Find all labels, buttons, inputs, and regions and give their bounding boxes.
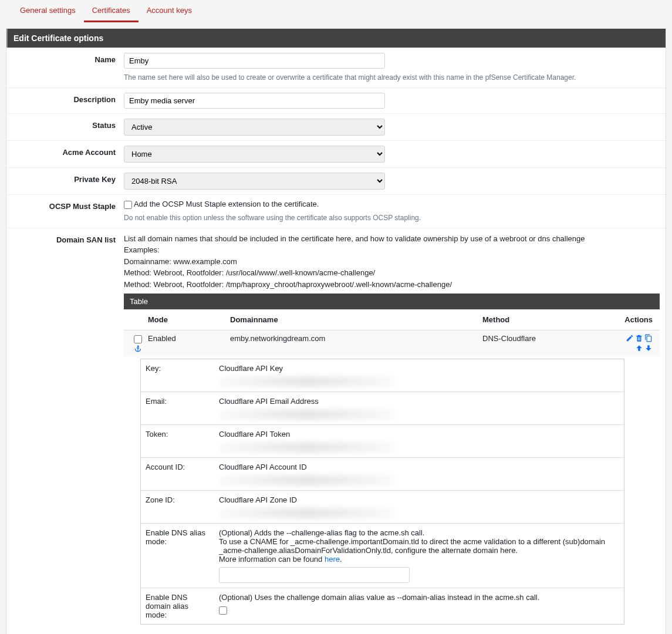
tab-account-keys[interactable]: Account keys bbox=[139, 0, 200, 22]
table-row: Enabled emby.networkingdream.com DNS-Clo… bbox=[124, 331, 660, 356]
label-status: Status bbox=[12, 119, 124, 136]
sub-acct-label: Account ID: bbox=[141, 458, 214, 490]
acme-account-select[interactable]: Home bbox=[124, 146, 385, 163]
name-input[interactable] bbox=[124, 53, 385, 69]
col-actions: Actions bbox=[615, 315, 656, 324]
san-intro-1: List all domain names that should be inc… bbox=[124, 233, 660, 245]
sub-email-desc: Cloudflare API Email Address bbox=[219, 397, 619, 406]
sub-key-value-redacted: redacted bbox=[219, 376, 395, 387]
sub-acct-value-redacted: redacted bbox=[219, 475, 395, 485]
col-domain: Domainname bbox=[230, 315, 482, 324]
label-acme-account: Acme Account bbox=[12, 146, 124, 163]
san-intro-3: Domainname: www.example.com bbox=[124, 256, 660, 268]
sub-zone-label: Zone ID: bbox=[141, 491, 214, 523]
sub-domain-alias-desc: (Optional) Uses the challenge domain ali… bbox=[219, 593, 619, 602]
label-san-list: Domain SAN list bbox=[12, 233, 124, 625]
sub-domain-alias-label: Enable DNS domain alias mode: bbox=[141, 588, 214, 624]
edit-icon[interactable] bbox=[626, 334, 634, 342]
label-description: Description bbox=[12, 93, 124, 109]
dns-alias-input[interactable] bbox=[219, 567, 410, 583]
sub-alias-here-link[interactable]: here bbox=[325, 555, 340, 564]
sub-email-value-redacted: redacted bbox=[219, 409, 395, 420]
sub-zone-value-redacted: redacted bbox=[219, 508, 395, 518]
panel-title: Edit Certificate options bbox=[6, 29, 666, 48]
sub-alias-l3a: More information can be found bbox=[219, 555, 325, 564]
ocsp-help: Do not enable this option unless the sof… bbox=[124, 213, 660, 223]
san-intro-2: Examples: bbox=[124, 244, 660, 256]
name-help: The name set here will also be used to c… bbox=[124, 72, 660, 83]
col-mode: Mode bbox=[148, 315, 230, 324]
sub-zone-desc: Cloudflare API Zone ID bbox=[219, 495, 619, 504]
move-down-icon[interactable] bbox=[644, 344, 653, 352]
anchor-icon[interactable] bbox=[134, 345, 142, 353]
col-method: Method bbox=[482, 315, 615, 324]
san-table-title: Table bbox=[124, 294, 660, 309]
label-private-key: Private Key bbox=[12, 173, 124, 190]
sub-acct-desc: Cloudflare API Account ID bbox=[219, 463, 619, 471]
tab-general[interactable]: General settings bbox=[12, 0, 84, 22]
ocsp-checkbox[interactable] bbox=[124, 201, 132, 209]
sub-alias-l2: To use a CNAME for _acme-challenge.impor… bbox=[219, 537, 619, 555]
delete-icon[interactable] bbox=[635, 334, 643, 342]
label-name: Name bbox=[12, 53, 124, 83]
copy-icon[interactable] bbox=[644, 334, 653, 342]
tabs: General settings Certificates Account ke… bbox=[0, 0, 672, 22]
sub-token-desc: Cloudflare API Token bbox=[219, 430, 619, 439]
dns-domain-alias-checkbox[interactable] bbox=[219, 606, 227, 615]
ocsp-checkbox-label: Add the OCSP Must Staple extension to th… bbox=[134, 200, 319, 208]
sub-alias-l3c: . bbox=[340, 555, 342, 564]
sub-alias-l1: (Optional) Adds the --challenge-alias fl… bbox=[219, 528, 619, 537]
tab-certificates[interactable]: Certificates bbox=[84, 0, 139, 22]
cloudflare-params: Key: Cloudflare API Key redacted Email: … bbox=[140, 359, 624, 625]
private-key-select[interactable]: 2048-bit RSA bbox=[124, 173, 385, 190]
sub-alias-label: Enable DNS alias mode: bbox=[141, 524, 214, 588]
row-method: DNS-Cloudflare bbox=[482, 334, 615, 343]
move-up-icon[interactable] bbox=[635, 344, 643, 352]
row-domain: emby.networkingdream.com bbox=[230, 334, 482, 343]
sub-key-desc: Cloudflare API Key bbox=[219, 364, 619, 373]
label-ocsp: OCSP Must Staple bbox=[12, 200, 124, 223]
row-mode: Enabled bbox=[148, 334, 230, 343]
sub-email-label: Email: bbox=[141, 392, 214, 424]
san-intro-5: Method: Webroot, Rootfolder: /tmp/haprox… bbox=[124, 279, 660, 291]
sub-token-value-redacted: redacted bbox=[219, 442, 395, 453]
status-select[interactable]: Active bbox=[124, 119, 385, 136]
sub-key-label: Key: bbox=[141, 359, 214, 392]
san-intro-4: Method: Webroot, Rootfolder: /usr/local/… bbox=[124, 267, 660, 279]
sub-token-label: Token: bbox=[141, 425, 214, 457]
description-input[interactable] bbox=[124, 93, 385, 109]
row-checkbox[interactable] bbox=[134, 335, 142, 343]
